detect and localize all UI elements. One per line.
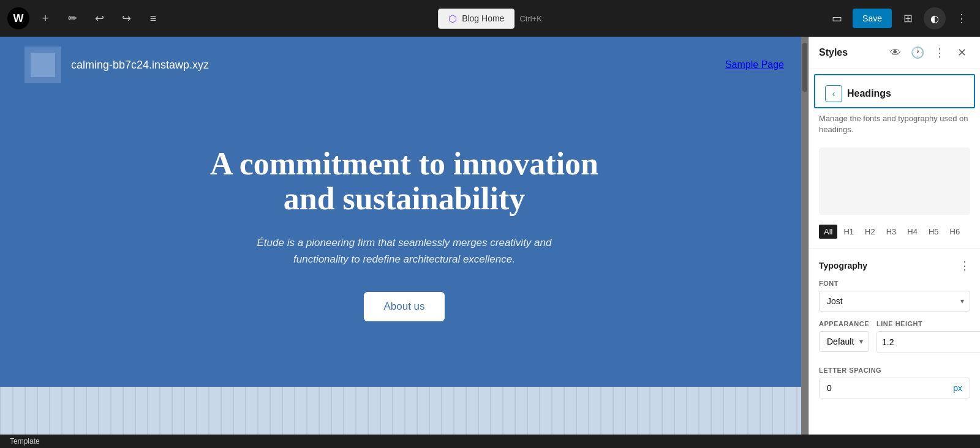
- divider: [809, 248, 980, 249]
- history-button[interactable]: 🕐: [909, 44, 926, 61]
- eye-button[interactable]: 👁: [887, 44, 904, 61]
- tab-h5[interactable]: H5: [924, 225, 944, 239]
- hero-title: A commitment to innovation and sustainab…: [190, 146, 619, 216]
- tab-all[interactable]: All: [819, 225, 837, 239]
- canvas-scrollbar[interactable]: [801, 37, 809, 435]
- headings-panel: ‹ Headings Manage the fonts and typograp…: [809, 69, 980, 435]
- styles-panel: Styles 👁 🕐 ⋮ ✕ ‹ Headings Manage the fon…: [809, 37, 980, 435]
- typography-header: Typography ⋮: [819, 259, 970, 272]
- tab-h2[interactable]: H2: [860, 225, 880, 239]
- typography-preview: [819, 147, 970, 215]
- tab-h4[interactable]: H4: [902, 225, 922, 239]
- two-col-fields: APPEARANCE Default ▾ LINE HEIGHT +: [819, 320, 970, 353]
- status-label: Template: [10, 437, 40, 446]
- panel-more-button[interactable]: ⋮: [931, 44, 948, 61]
- panel-header-icons: 👁 🕐 ⋮ ✕: [887, 44, 970, 61]
- appearance-select-wrapper: Default ▾: [819, 331, 869, 352]
- blog-home-label: Blog Home: [462, 13, 504, 23]
- font-select-wrapper: Jost ▾: [819, 291, 970, 312]
- keyboard-shortcut: Ctrl+K: [519, 14, 541, 23]
- line-height-control: + −: [876, 331, 980, 353]
- site-logo-placeholder: [24, 47, 61, 83]
- status-bar: Template: [0, 435, 980, 448]
- toolbar: W + ✏ ↩ ↪ ≡ ⬡ Blog Home Ctrl+K ▭ Save ⊞ …: [0, 0, 980, 37]
- tab-h1[interactable]: H1: [839, 225, 859, 239]
- headings-header: ‹ Headings: [814, 74, 975, 108]
- line-height-field: LINE HEIGHT + −: [876, 320, 980, 353]
- about-us-button[interactable]: About us: [364, 292, 444, 321]
- site-logo-inner: [31, 53, 55, 77]
- headings-description: Manage the fonts and typography used on …: [809, 113, 980, 143]
- site-nav: Sample Page: [725, 59, 784, 70]
- undo-button[interactable]: ↩: [88, 7, 110, 29]
- arch-image: [0, 387, 809, 435]
- main-area: calming-bb7c24.instawp.xyz Sample Page A…: [0, 37, 980, 435]
- panel-title: Styles: [819, 47, 848, 58]
- hero-subtitle: Étude is a pioneering firm that seamless…: [236, 234, 573, 267]
- save-button[interactable]: Save: [853, 9, 892, 28]
- font-label: FONT: [819, 280, 970, 287]
- site-logo-area: calming-bb7c24.instawp.xyz: [24, 47, 209, 83]
- letter-spacing-control: px: [819, 378, 970, 398]
- canvas: calming-bb7c24.instawp.xyz Sample Page A…: [0, 37, 809, 435]
- appearance-select[interactable]: Default: [819, 331, 869, 352]
- back-button[interactable]: ‹: [825, 85, 842, 102]
- wp-logo[interactable]: W: [7, 7, 29, 29]
- add-button[interactable]: +: [34, 7, 56, 29]
- appearance-label: APPEARANCE: [819, 320, 869, 327]
- nav-link[interactable]: Sample Page: [725, 59, 784, 70]
- letter-spacing-unit[interactable]: px: [946, 378, 970, 398]
- font-select[interactable]: Jost: [819, 291, 970, 312]
- redo-button[interactable]: ↪: [115, 7, 137, 29]
- panel-close-button[interactable]: ✕: [953, 44, 970, 61]
- layout-button[interactable]: ⊞: [897, 7, 919, 29]
- headings-title: Headings: [847, 88, 891, 99]
- monitor-button[interactable]: ▭: [826, 7, 848, 29]
- typography-label: Typography: [819, 261, 867, 271]
- letter-spacing-input[interactable]: [820, 378, 946, 398]
- hero-section: A commitment to innovation and sustainab…: [0, 93, 809, 387]
- letter-spacing-section: LETTER SPACING px: [809, 367, 980, 408]
- canvas-wrapper: calming-bb7c24.instawp.xyz Sample Page A…: [0, 37, 809, 435]
- scrollbar-thumb: [802, 43, 807, 92]
- website-frame: calming-bb7c24.instawp.xyz Sample Page A…: [0, 37, 809, 435]
- heading-tabs: All H1 H2 H3 H4 H5 H6: [809, 220, 980, 244]
- site-header: calming-bb7c24.instawp.xyz Sample Page: [0, 37, 809, 93]
- appearance-field: APPEARANCE Default ▾: [819, 320, 869, 353]
- panel-header: Styles 👁 🕐 ⋮ ✕: [809, 37, 980, 69]
- line-height-label: LINE HEIGHT: [876, 320, 980, 327]
- bottom-section: [0, 387, 809, 435]
- pen-button[interactable]: ✏: [61, 7, 83, 29]
- toolbar-center: ⬡ Blog Home Ctrl+K: [438, 9, 542, 29]
- blog-home-icon: ⬡: [448, 13, 457, 24]
- blog-home-button[interactable]: ⬡ Blog Home: [438, 9, 514, 29]
- toolbar-right: ▭ Save ⊞ ◐ ⋮: [826, 7, 973, 29]
- more-options-button[interactable]: ⋮: [951, 7, 973, 29]
- typography-more-button[interactable]: ⋮: [959, 259, 970, 272]
- tab-h6[interactable]: H6: [945, 225, 965, 239]
- line-height-input[interactable]: [877, 332, 980, 352]
- site-domain: calming-bb7c24.instawp.xyz: [71, 59, 209, 72]
- tab-h3[interactable]: H3: [881, 225, 902, 239]
- typography-section: Typography ⋮ FONT Jost ▾ APPEARANCE: [809, 254, 980, 367]
- list-button[interactable]: ≡: [142, 7, 164, 29]
- dark-mode-toggle[interactable]: ◐: [924, 7, 946, 29]
- letter-spacing-label: LETTER SPACING: [819, 367, 970, 374]
